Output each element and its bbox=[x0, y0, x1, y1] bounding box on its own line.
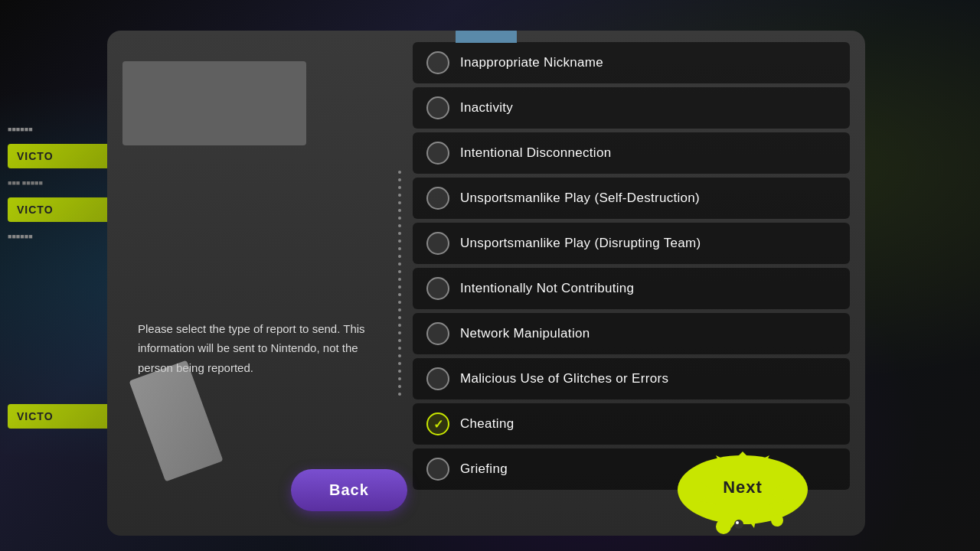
option-label-intentionally-not-contributing: Intentionally Not Contributing bbox=[460, 281, 634, 296]
option-label-malicious-glitches: Malicious Use of Glitches or Errors bbox=[460, 371, 668, 386]
sidebar-victo-1: VICTO bbox=[8, 144, 111, 168]
ink-splat-decoration bbox=[658, 444, 827, 536]
back-button[interactable]: Back bbox=[291, 469, 407, 511]
radio-inappropriate-nickname bbox=[426, 51, 449, 74]
option-label-unsportsmanlike-self: Unsportsmanlike Play (Self-Destruction) bbox=[460, 191, 700, 206]
svg-point-5 bbox=[734, 520, 743, 529]
next-button-container[interactable]: Next bbox=[658, 452, 827, 528]
option-item-cheating[interactable]: Cheating bbox=[413, 403, 850, 445]
option-item-intentionally-not-contributing[interactable]: Intentionally Not Contributing bbox=[413, 268, 850, 309]
svg-point-4 bbox=[771, 514, 783, 527]
radio-intentional-disconnection bbox=[426, 142, 449, 165]
option-label-unsportsmanlike-team: Unsportsmanlike Play (Disrupting Team) bbox=[460, 236, 701, 251]
radio-intentionally-not-contributing bbox=[426, 277, 449, 300]
option-item-intentional-disconnection[interactable]: Intentional Disconnection bbox=[413, 132, 850, 174]
radio-unsportsmanlike-self bbox=[426, 187, 449, 210]
option-item-inappropriate-nickname[interactable]: Inappropriate Nickname bbox=[413, 42, 850, 83]
sidebar-label-1: ■■■■■■ bbox=[8, 122, 111, 136]
option-label-network-manipulation: Network Manipulation bbox=[460, 326, 590, 341]
option-item-unsportsmanlike-self[interactable]: Unsportsmanlike Play (Self-Destruction) bbox=[413, 178, 850, 219]
top-image-placeholder bbox=[122, 61, 306, 145]
svg-point-3 bbox=[707, 508, 717, 517]
option-item-inactivity[interactable]: Inactivity bbox=[413, 87, 850, 129]
svg-point-2 bbox=[716, 519, 731, 534]
radio-inactivity bbox=[426, 96, 449, 119]
sidebar-text-1: ■■■ ■■■■■ bbox=[8, 176, 111, 190]
radio-cheating bbox=[426, 412, 449, 435]
sidebar-label-2: ■■■■■■ bbox=[8, 230, 111, 243]
radio-network-manipulation bbox=[426, 322, 449, 345]
svg-point-6 bbox=[736, 521, 739, 524]
option-label-cheating: Cheating bbox=[460, 416, 514, 432]
option-label-inappropriate-nickname: Inappropriate Nickname bbox=[460, 55, 603, 70]
radio-unsportsmanlike-team bbox=[426, 232, 449, 255]
bag-handle-decoration bbox=[456, 31, 517, 43]
option-item-network-manipulation[interactable]: Network Manipulation bbox=[413, 313, 850, 354]
option-label-inactivity: Inactivity bbox=[460, 100, 513, 116]
sidebar-victo-2: VICTO bbox=[8, 197, 111, 222]
radio-malicious-glitches bbox=[426, 367, 449, 390]
option-item-unsportsmanlike-team[interactable]: Unsportsmanlike Play (Disrupting Team) bbox=[413, 223, 850, 264]
option-item-malicious-glitches[interactable]: Malicious Use of Glitches or Errors bbox=[413, 358, 850, 399]
sidebar-victo-3: VICTO bbox=[8, 404, 111, 429]
option-label-intentional-disconnection: Intentional Disconnection bbox=[460, 145, 611, 161]
bottom-buttons-area: Back Next bbox=[0, 452, 980, 528]
